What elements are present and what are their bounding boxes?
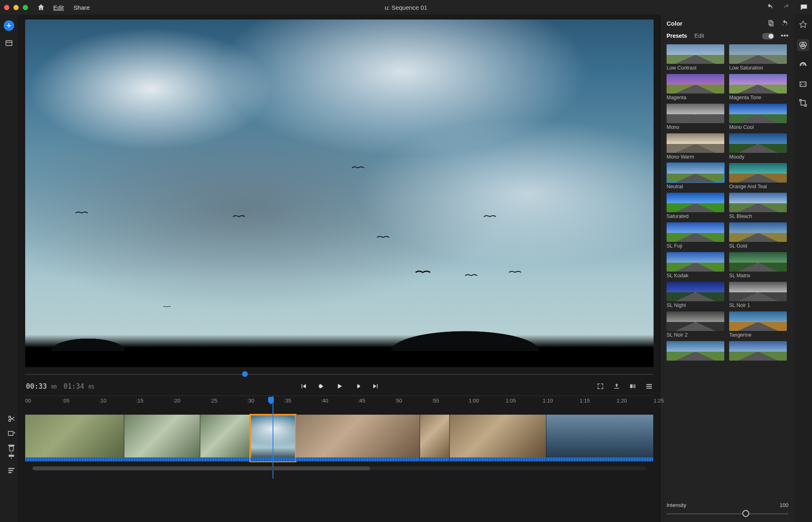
preset-item[interactable]: Mono Cool	[729, 104, 787, 130]
undo-icon[interactable]	[766, 3, 774, 11]
intensity-control: Intensity 100	[667, 499, 788, 522]
preset-item[interactable]: SL Noir 2	[667, 311, 724, 338]
svg-rect-3	[630, 385, 632, 388]
timeline-clip[interactable]	[546, 415, 654, 461]
document-title: u: Sequence 01	[385, 4, 427, 11]
preset-label: SL Bleach	[729, 213, 787, 219]
preset-item[interactable]: SL Noir 1	[729, 282, 787, 308]
preset-item[interactable]: SL Fuji	[667, 222, 724, 249]
preset-label: SL Noir 1	[729, 302, 787, 308]
step-back-button[interactable]	[318, 383, 325, 390]
preset-item[interactable]: Low Saturation	[729, 44, 787, 71]
view-options-icon[interactable]	[645, 383, 653, 390]
preset-item[interactable]: Magenta	[667, 74, 724, 100]
timeline-ruler[interactable]: 00:05:10:15:20:25:30:35:40:45:50:551:001…	[25, 396, 654, 415]
svg-rect-23	[801, 101, 806, 105]
playback-options	[597, 383, 653, 390]
preset-item[interactable]: Mono	[667, 104, 724, 130]
go-to-start-button[interactable]	[300, 383, 307, 390]
timeline-track[interactable]	[25, 415, 654, 461]
preset-label: Moody	[729, 154, 787, 160]
panel-title: Color	[667, 20, 682, 27]
preset-item[interactable]: SL Kodak	[667, 252, 724, 278]
close-window-button[interactable]	[4, 5, 9, 10]
step-forward-button[interactable]	[354, 383, 362, 390]
chat-icon[interactable]	[800, 3, 808, 11]
inspector-icon[interactable]	[799, 20, 808, 29]
scissors-icon[interactable]	[7, 415, 15, 423]
preset-item[interactable]: SL Night	[667, 282, 724, 308]
intensity-slider-handle[interactable]	[743, 510, 749, 517]
ruler-tick: :15	[136, 398, 143, 404]
preset-preview-toggle[interactable]	[762, 33, 774, 39]
track-expand-icon[interactable]	[7, 452, 15, 460]
preset-label: SL Matrix	[729, 273, 787, 278]
timeline-clip[interactable]	[25, 415, 124, 461]
audio-panel-icon[interactable]	[799, 80, 808, 89]
copy-effects-icon[interactable]	[767, 20, 775, 27]
home-icon[interactable]	[36, 2, 46, 12]
tab-presets[interactable]: Presets	[667, 33, 687, 40]
preset-item[interactable]: Neutral	[667, 163, 724, 189]
timeline-scrollbar[interactable]	[32, 466, 646, 470]
preset-item[interactable]: SL Bleach	[729, 193, 787, 219]
transform-panel-icon[interactable]	[799, 98, 808, 107]
preset-item[interactable]: SL Matrix	[729, 252, 787, 278]
ruler-tick: :25	[210, 398, 217, 404]
ruler-tick: 1:20	[617, 398, 627, 404]
ruler-tick: :35	[284, 398, 291, 404]
preset-item[interactable]: SL Gold	[729, 222, 787, 249]
timeline-toolstrip-bottom	[7, 449, 15, 474]
go-to-end-button[interactable]	[372, 383, 379, 390]
preset-label: SL Kodak	[667, 273, 724, 278]
quality-icon[interactable]	[629, 383, 637, 390]
preset-item[interactable]: Moody	[729, 133, 787, 160]
scrubber-handle[interactable]	[242, 371, 248, 377]
export-frame-icon[interactable]	[613, 383, 620, 390]
preset-item[interactable]	[667, 341, 724, 362]
ruler-tick: :50	[395, 398, 402, 404]
preset-label: Low Saturation	[729, 65, 787, 71]
timeline-clip[interactable]	[296, 415, 420, 461]
timeline-clip[interactable]	[420, 415, 450, 461]
redo-icon[interactable]	[783, 3, 791, 11]
top-right-controls	[766, 3, 808, 11]
preset-item[interactable]	[729, 341, 787, 362]
intensity-slider[interactable]	[667, 511, 788, 516]
more-icon[interactable]: •••	[781, 32, 788, 40]
center-area: 00:33 00 01:34 05 00:05:10:15:20:25:30:3…	[18, 15, 661, 522]
track-options-icon[interactable]	[7, 466, 15, 474]
add-media-button[interactable]: +	[4, 20, 14, 31]
tab-edit[interactable]: Edit	[695, 33, 704, 40]
svg-rect-0	[6, 41, 12, 46]
minimize-window-button[interactable]	[13, 5, 19, 10]
speed-panel-icon[interactable]	[799, 61, 808, 70]
preset-item[interactable]: Tangerine	[729, 311, 787, 338]
preset-label: Tangerine	[729, 332, 787, 338]
timecode-display[interactable]: 00:33 00 01:34 05	[26, 382, 94, 390]
preset-item[interactable]: Mono Warm	[667, 133, 724, 160]
preset-item[interactable]: Magenta Tone	[729, 74, 787, 100]
project-panel-icon[interactable]	[4, 38, 14, 48]
add-track-icon[interactable]	[7, 429, 15, 437]
intensity-value[interactable]: 100	[780, 502, 788, 508]
menu-edit[interactable]: Edit	[48, 2, 69, 13]
video-preview[interactable]	[25, 20, 654, 367]
intensity-label: Intensity	[667, 502, 686, 508]
preset-item[interactable]: Orange And Teal	[729, 163, 787, 189]
scrollbar-thumb[interactable]	[32, 466, 370, 470]
play-button[interactable]	[336, 382, 344, 390]
color-panel-icon[interactable]	[797, 39, 809, 51]
timeline-clip[interactable]	[450, 415, 546, 461]
timeline-clip[interactable]	[200, 415, 251, 461]
preview-scrubber[interactable]	[25, 371, 654, 377]
menu-share[interactable]: Share	[69, 2, 95, 13]
preset-item[interactable]: Low Contrast	[667, 44, 724, 71]
maximize-window-button[interactable]	[23, 5, 28, 10]
fullscreen-icon[interactable]	[597, 383, 604, 390]
timeline-area	[25, 415, 654, 478]
reset-icon[interactable]	[781, 20, 788, 27]
preset-item[interactable]: Saturated	[667, 193, 724, 219]
svg-rect-7	[646, 388, 652, 389]
timeline-clip[interactable]	[124, 415, 200, 461]
